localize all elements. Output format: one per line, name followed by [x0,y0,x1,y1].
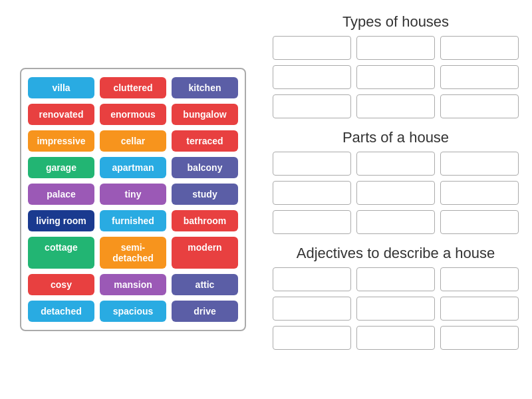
word-chip[interactable]: bungalow [172,104,238,125]
drop-cell[interactable] [440,267,519,291]
word-chip[interactable]: villa [28,77,94,98]
drop-cell[interactable] [440,36,519,60]
word-chip[interactable]: enormous [100,104,166,125]
word-chip[interactable]: cellar [100,130,166,152]
word-chip[interactable]: cottage [28,237,94,269]
drop-cell[interactable] [273,152,351,176]
section-block: Types of houses [273,13,519,122]
drop-cell[interactable] [356,65,435,89]
word-chip[interactable]: modern [172,237,238,269]
word-chip[interactable]: kitchen [172,77,238,98]
drop-cell[interactable] [356,94,435,118]
word-chip[interactable]: cluttered [100,77,166,98]
drop-cell[interactable] [440,152,519,176]
word-chip[interactable]: furnished [100,210,166,231]
drop-cell[interactable] [273,65,351,89]
drop-cell[interactable] [356,326,435,350]
section-block: Parts of a house [273,129,519,238]
word-chip[interactable]: garage [28,157,94,178]
drop-cell[interactable] [356,297,435,321]
word-chip[interactable]: detached [28,301,94,322]
drop-cell[interactable] [440,297,519,321]
section-block: Adjectives to describe a house [273,245,519,354]
drop-cell[interactable] [356,181,435,205]
drop-cell[interactable] [440,65,519,89]
word-chip[interactable]: living room [28,210,94,231]
drop-cell[interactable] [273,267,351,291]
word-chip[interactable]: mansion [100,274,166,295]
drop-cell[interactable] [273,181,351,205]
word-chip[interactable]: balcony [172,157,238,178]
word-grid: villaclutteredkitchenrenovatedenormousbu… [20,68,246,331]
section-title: Types of houses [273,13,519,31]
drop-cell[interactable] [440,181,519,205]
right-panel: Types of housesParts of a houseAdjective… [266,0,532,399]
section-title: Parts of a house [273,129,519,146]
word-chip[interactable]: impressive [28,130,94,152]
drop-grid [273,152,519,234]
word-chip[interactable]: spacious [100,301,166,322]
drop-cell[interactable] [356,152,435,176]
left-panel: villaclutteredkitchenrenovatedenormousbu… [0,0,266,399]
drop-grid [273,267,519,350]
word-chip[interactable]: semi-detached [100,237,166,269]
drop-cell[interactable] [440,210,519,234]
drop-cell[interactable] [273,210,351,234]
drop-cell[interactable] [356,267,435,291]
word-chip[interactable]: drive [172,301,238,322]
word-chip[interactable]: tiny [100,184,166,205]
drop-cell[interactable] [356,36,435,60]
word-chip[interactable]: palace [28,184,94,205]
drop-cell[interactable] [356,210,435,234]
drop-cell[interactable] [273,297,351,321]
word-chip[interactable]: study [172,184,238,205]
drop-cell[interactable] [440,326,519,350]
word-chip[interactable]: attic [172,274,238,295]
drop-cell[interactable] [440,94,519,118]
word-chip[interactable]: bathroom [172,210,238,231]
section-title: Adjectives to describe a house [273,245,519,262]
drop-cell[interactable] [273,94,351,118]
word-chip[interactable]: renovated [28,104,94,125]
drop-grid [273,36,519,118]
word-chip[interactable]: terraced [172,130,238,152]
drop-cell[interactable] [273,326,351,350]
word-chip[interactable]: cosy [28,274,94,295]
drop-cell[interactable] [273,36,351,60]
word-chip[interactable]: apartman [100,157,166,178]
